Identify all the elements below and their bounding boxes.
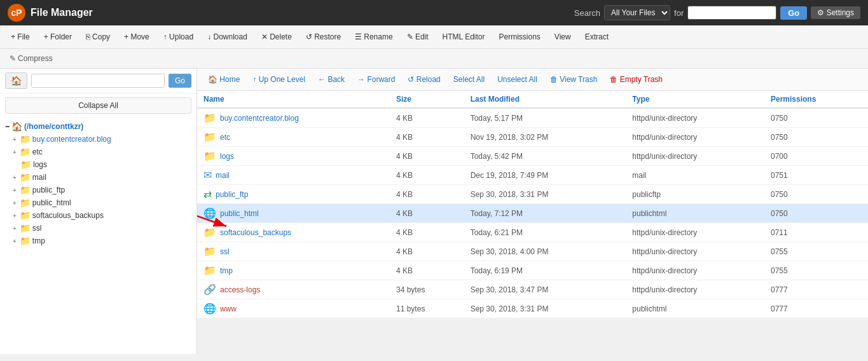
file-type-cell: httpd/unix-directory [626,242,764,261]
file-perms-cell: 0750 [764,185,868,204]
file-name[interactable]: mail [216,171,230,180]
ftp-icon: ⇄ [203,188,212,200]
sidebar-item-logs[interactable]: 📁 logs [5,158,191,171]
file-name[interactable]: logs [220,152,234,161]
html-editor-button[interactable]: HTML Editor [437,29,491,44]
delete-button[interactable]: ✕ Delete [256,29,298,44]
file-size-cell: 4 KB [390,204,464,223]
file-name[interactable]: tmp [220,266,233,275]
view-button[interactable]: View [549,29,577,44]
nav-empty-trash-button[interactable]: 🗑 Empty Trash [604,72,668,86]
sidebar-item-label: buy.contentcreator.blog [32,135,111,144]
collapse-all-button[interactable]: Collapse All [5,97,191,114]
file-name[interactable]: ssl [220,247,230,256]
nav-reload-button[interactable]: ↺ Reload [402,72,446,86]
copy-button[interactable]: ⎘ Copy [80,29,116,44]
file-type-cell: httpd/unix-directory [626,223,764,242]
sidebar-item-label: tmp [32,236,45,245]
search-scope-select[interactable]: All Your Files [604,5,670,20]
rename-label: Rename [364,32,392,41]
new-folder-button[interactable]: + Folder [38,29,78,44]
permissions-button[interactable]: Permissions [493,29,546,44]
sidebar-item-mail[interactable]: + 📁 mail [5,171,191,184]
col-size-header[interactable]: Size [390,91,464,108]
file-name[interactable]: public_html [220,209,259,218]
nav-unselect-all-button[interactable]: Unselect All [492,72,543,86]
file-type-cell: httpd/unix-directory [626,280,764,299]
nav-forward-button[interactable]: → Forward [352,72,401,86]
sidebar-home-button[interactable]: 🏠 [5,72,27,89]
sidebar-item-public-html[interactable]: + 📁 public_html [5,196,191,209]
sidebar-item-ssl[interactable]: + 📁 ssl [5,222,191,235]
file-name-cell: 🔗 access-logs [197,280,390,299]
nav-select-all-button[interactable]: Select All [448,72,490,86]
file-name[interactable]: public_ftp [216,190,248,199]
sidebar-item-label: mail [32,173,46,182]
file-name[interactable]: www [220,304,237,313]
file-type-cell: httpd/unix-directory [626,108,764,128]
sidebar-item-public-ftp[interactable]: + 📁 public_ftp [5,184,191,196]
folder-icon: 📁 [20,172,31,182]
file-name-cell: 📁 logs [197,147,390,166]
move-button[interactable]: + Move [118,29,155,44]
col-permissions-header[interactable]: Permissions [764,91,868,108]
app-title: File Manager [31,7,93,18]
table-row: 📁 softaculous_backups 4 KB Today, 6:21 P… [197,223,868,242]
upload-button[interactable]: ↑ Upload [158,29,199,44]
home-folder-icon: 🏠 [11,121,22,132]
globe-link-icon: 🌐 [203,303,216,315]
search-label: Search [574,8,600,18]
file-size-cell: 4 KB [390,185,464,204]
nav-view-trash-button[interactable]: 🗑 View Trash [544,72,603,86]
rename-button[interactable]: ☰ Rename [349,29,398,44]
file-type-cell: publichtml [626,204,764,223]
file-panel-wrapper: 🏠 Home ↑ Up One Level ← Back → Forward ↺… [197,69,868,354]
table-row: 🔗 access-logs 34 bytes Sep 30, 2018, 3:4… [197,280,868,299]
sidebar-item-etc[interactable]: + 📁 etc [5,146,191,158]
search-go-button[interactable]: Go [780,6,807,20]
app-logo: cP File Manager [8,4,93,22]
extract-button[interactable]: Extract [579,29,614,44]
file-name[interactable]: buy.contentcreator.blog [220,114,299,123]
col-modified-header[interactable]: Last Modified [464,91,626,108]
table-header-row: Name Size Last Modified Type Permissions [197,91,868,108]
sidebar-item-label: ssl [32,224,42,233]
sidebar-item-softaculous[interactable]: + 📁 softaculous_backups [5,209,191,222]
file-perms-cell: 0755 [764,261,868,280]
compress-button[interactable]: ✎ Compress [5,51,57,65]
download-button[interactable]: ↓ Download [202,29,253,44]
tree-root[interactable]: − 🏠 (/home/conttkzr) [5,120,191,133]
file-perms-cell: 0777 [764,299,868,318]
file-date-cell: Today, 6:19 PM [464,261,626,280]
new-file-button[interactable]: + File [5,29,36,44]
col-type-header[interactable]: Type [626,91,764,108]
file-perms-cell: 0750 [764,128,868,147]
file-name-cell: 📁 ssl [197,242,390,261]
nav-back-button[interactable]: ← Back [312,72,350,86]
sidebar-item-buy[interactable]: + 📁 buy.contentcreator.blog [5,133,191,146]
restore-button[interactable]: ↺ Restore [300,29,347,44]
table-row: ✉ mail 4 KB Dec 19, 2018, 7:49 PM mail 0… [197,166,868,185]
folder-icon: 📁 [203,226,216,238]
search-input[interactable] [687,6,776,20]
file-name[interactable]: etc [220,133,230,142]
file-name[interactable]: softaculous_backups [220,228,291,237]
file-name-cell: 📁 tmp [197,261,390,280]
folder-icon: 📁 [203,245,216,257]
settings-button[interactable]: ⚙ Settings [811,6,860,19]
folder-icon: 📁 [20,210,31,221]
file-nav-bar: 🏠 Home ↑ Up One Level ← Back → Forward ↺… [197,69,868,91]
table-row: 📁 ssl 4 KB Sep 30, 2018, 4:00 PM httpd/u… [197,242,868,261]
table-row: ⇄ public_ftp 4 KB Sep 30, 2018, 3:31 PM … [197,185,868,204]
file-name[interactable]: access-logs [220,285,260,294]
rename-icon: ☰ [355,32,362,41]
nav-home-button[interactable]: 🏠 Home [202,72,245,86]
col-name-header[interactable]: Name [197,91,390,108]
file-perms-cell: 0750 [764,204,868,223]
sidebar-go-button[interactable]: Go [169,74,191,88]
edit-button[interactable]: ✎ Edit [401,29,434,44]
nav-up-button[interactable]: ↑ Up One Level [247,72,311,86]
sidebar-item-label: logs [33,160,47,169]
path-input[interactable] [31,74,165,88]
sidebar-item-tmp[interactable]: + 📁 tmp [5,235,191,247]
